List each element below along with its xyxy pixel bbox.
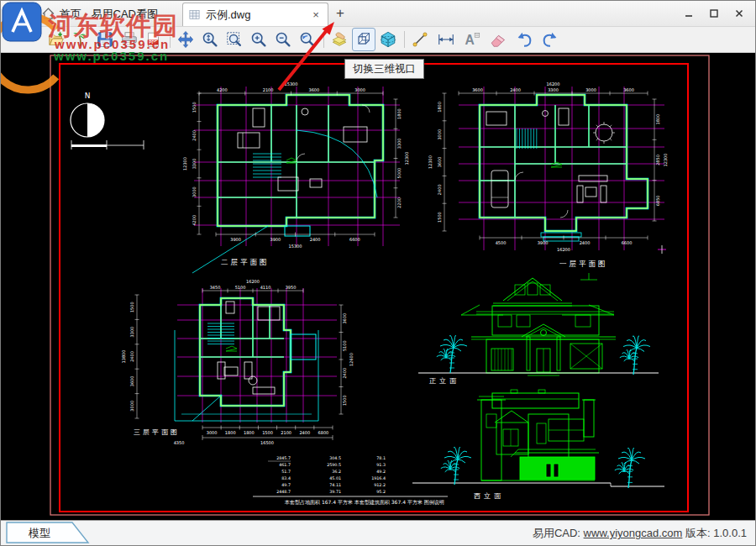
svg-text:461.7: 461.7: [279, 463, 291, 467]
svg-text:45.01: 45.01: [329, 476, 341, 480]
model-tab[interactable]: 模型: [6, 522, 93, 544]
svg-text:49.2: 49.2: [376, 470, 386, 474]
svg-text:2400: 2400: [192, 130, 197, 141]
titlebar: 首页 - 易用CAD看图 示例.dwg × +: [1, 1, 755, 27]
svg-text:正立面: 正立面: [429, 377, 459, 385]
svg-text:本套型占地面积 167.4 平方米 本套型建筑面积 36: 本套型占地面积 167.4 平方米 本套型建筑面积 367.4 平方米 图例说明: [284, 499, 444, 506]
svg-text:95.2: 95.2: [376, 490, 386, 494]
model-tab-label: 模型: [28, 527, 50, 539]
palm-tree-icon: [71, 30, 90, 49]
svg-text:4350: 4350: [174, 440, 185, 445]
svg-text:2590.5: 2590.5: [327, 463, 341, 467]
svg-text:1500: 1500: [129, 302, 134, 312]
zoom-extents-icon: [201, 30, 219, 49]
palm-tree-button[interactable]: [69, 28, 92, 51]
zoom-window-icon: [225, 30, 244, 49]
status-website-link[interactable]: www.yiyongcad.com: [584, 527, 683, 539]
print-icon: [120, 30, 139, 49]
save-button[interactable]: [93, 28, 117, 51]
view-3d-icon: [379, 30, 397, 49]
toggle-3d-viewport-icon: [354, 30, 373, 49]
zoom-window-button[interactable]: [223, 28, 246, 51]
svg-text:5000: 5000: [396, 168, 402, 179]
maximize-button[interactable]: [701, 5, 727, 22]
svg-text:13800: 13800: [121, 350, 126, 364]
svg-text:3600: 3600: [342, 313, 347, 324]
svg-text:3600: 3600: [472, 87, 483, 92]
svg-text:三层平面图: 三层平面图: [134, 428, 180, 436]
open-file-icon: [47, 30, 66, 49]
svg-text:1500: 1500: [262, 430, 273, 435]
tab-document-label: 示例.dwg: [206, 8, 309, 23]
svg-text:6800: 6800: [318, 430, 329, 435]
new-tab-button[interactable]: +: [332, 6, 349, 23]
svg-text:3000: 3000: [207, 430, 218, 435]
close-button[interactable]: [727, 5, 752, 22]
svg-text:3300: 3300: [129, 327, 134, 338]
svg-text:12300: 12300: [428, 155, 433, 169]
svg-text:3900: 3900: [538, 240, 549, 245]
drawing-canvas[interactable]: N420021003600300015300390039002400660015…: [1, 53, 756, 522]
svg-text:15300: 15300: [285, 81, 298, 87]
svg-text:78.1: 78.1: [376, 456, 386, 460]
svg-text:A: A: [465, 33, 475, 47]
svg-text:1800: 1800: [396, 108, 402, 119]
measure-distance-button[interactable]: [408, 28, 432, 51]
open-file-button[interactable]: [45, 28, 68, 51]
status-info: 易用CAD: www.yiyongcad.com 版本: 1.0.0.1: [533, 526, 747, 541]
svg-text:16200: 16200: [547, 81, 560, 87]
svg-text:6850: 6850: [655, 195, 660, 206]
export-pdf-button[interactable]: PDF: [142, 28, 165, 51]
svg-text:39.71: 39.71: [329, 490, 341, 494]
svg-text:3600: 3600: [437, 157, 442, 168]
tab-home-label: 首页 - 易用CAD看图: [60, 7, 158, 22]
zoom-in-button[interactable]: [247, 28, 270, 51]
close-icon: [734, 8, 744, 18]
tab-document[interactable]: 示例.dwg ×: [182, 3, 328, 26]
layers-button[interactable]: [328, 28, 351, 51]
pan-button[interactable]: [174, 28, 197, 51]
svg-text:3000: 3000: [192, 186, 197, 197]
text-annotate-button[interactable]: A: [460, 28, 484, 51]
toggle-3d-viewport-button[interactable]: [352, 28, 375, 51]
minimize-button[interactable]: [676, 5, 701, 22]
eraser-button[interactable]: [486, 28, 510, 51]
statusbar: 模型 易用CAD: www.yiyongcad.com 版本: 1.0.0.1: [1, 520, 755, 545]
zoom-out-icon: [274, 30, 292, 49]
svg-text:51.7: 51.7: [281, 470, 291, 474]
layers-icon: [330, 30, 349, 49]
svg-text:49.7: 49.7: [281, 483, 291, 487]
svg-text:4500: 4500: [496, 240, 507, 245]
view-3d-button[interactable]: [376, 28, 400, 51]
home-icon: [41, 7, 55, 21]
svg-text:3900: 3900: [270, 237, 281, 242]
undo-button[interactable]: [512, 28, 536, 51]
svg-text:16500: 16500: [260, 440, 274, 445]
export-pdf-icon: PDF: [144, 30, 163, 49]
svg-text:1800: 1800: [437, 102, 442, 113]
toolbar: PDFA: [1, 27, 755, 53]
tab-home[interactable]: 首页 - 易用CAD看图: [41, 3, 177, 24]
print-button[interactable]: [118, 28, 141, 51]
redo-button[interactable]: [538, 28, 562, 51]
dimension-button[interactable]: [434, 28, 458, 51]
svg-text:3000: 3000: [585, 87, 596, 92]
svg-text:15300: 15300: [289, 244, 302, 249]
tooltip: 切换三维视口: [344, 59, 424, 79]
eraser-icon: [489, 30, 507, 49]
minimize-icon: [684, 8, 694, 18]
svg-text:2850: 2850: [655, 155, 660, 165]
zoom-extents-button[interactable]: [198, 28, 222, 51]
zoom-out-button[interactable]: [271, 28, 295, 51]
zoom-previous-button[interactable]: [296, 28, 319, 51]
svg-text:5100: 5100: [235, 285, 246, 290]
svg-text:91.3: 91.3: [376, 463, 386, 467]
svg-text:3950: 3950: [286, 285, 297, 290]
svg-text:74.11: 74.11: [329, 483, 341, 487]
tab-close-icon[interactable]: ×: [309, 8, 323, 22]
svg-text:3300: 3300: [192, 159, 197, 170]
svg-text:2400: 2400: [437, 184, 442, 195]
svg-text:1916.4: 1916.4: [371, 476, 386, 480]
svg-text:4110: 4110: [260, 285, 271, 290]
svg-text:2400: 2400: [510, 87, 521, 92]
